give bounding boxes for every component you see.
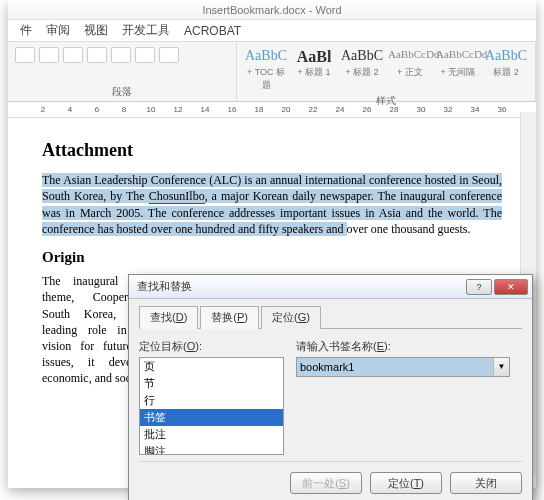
para-1: The Asian Leadership Conference (ALC) is… [42, 172, 502, 237]
heading-origin: Origin [42, 247, 502, 267]
style-h1[interactable]: AaBl+ 标题 1 [291, 46, 337, 81]
list-item[interactable]: 行 [140, 392, 283, 409]
window-title: InsertBookmark.docx - Word [8, 0, 536, 20]
tab-4[interactable]: ACROBAT [184, 24, 241, 38]
list-item[interactable]: 脚注 [140, 443, 283, 455]
sort-icon[interactable] [135, 47, 155, 63]
close-button[interactable]: 关闭 [450, 472, 522, 494]
chevron-down-icon[interactable]: ▼ [493, 358, 509, 376]
goto-target-list[interactable]: 页 节 行 书签 批注 脚注 尾注 [139, 357, 284, 455]
tab-2[interactable]: 视图 [84, 22, 108, 39]
tab-3[interactable]: 开发工具 [122, 22, 170, 39]
goto-button[interactable]: 定位(T) [370, 472, 442, 494]
dialog-title: 查找和替换 [137, 279, 464, 294]
numbering-icon[interactable] [39, 47, 59, 63]
tab-goto[interactable]: 定位(G) [261, 306, 321, 329]
bookmark-name-label: 请输入书签名称(E): [296, 339, 510, 354]
tab-1[interactable]: 审阅 [46, 22, 70, 39]
indent-increase-icon[interactable] [111, 47, 131, 63]
style-nospacing[interactable]: AaBbCcDd+ 无间隔 [435, 46, 481, 81]
tab-replace[interactable]: 替换(P) [200, 306, 259, 329]
tab-find[interactable]: 查找(D) [139, 306, 198, 329]
style-h2[interactable]: AaBbC+ 标题 2 [339, 46, 385, 81]
list-item[interactable]: 节 [140, 375, 283, 392]
tab-0[interactable]: 件 [20, 22, 32, 39]
multilevel-icon[interactable] [63, 47, 83, 63]
previous-button: 前一处(S) [290, 472, 362, 494]
list-item[interactable]: 批注 [140, 426, 283, 443]
group-paragraph-label: 段落 [14, 85, 230, 99]
list-item-selected[interactable]: 书签 [140, 409, 283, 426]
style-toc[interactable]: AaBbC+ TOC 标题 [243, 46, 289, 94]
goto-target-label: 定位目标(O): [139, 339, 284, 354]
bullets-icon[interactable] [15, 47, 35, 63]
indent-decrease-icon[interactable] [87, 47, 107, 63]
help-button[interactable]: ? [466, 279, 492, 295]
style-normal[interactable]: AaBbCcDd+ 正文 [387, 46, 433, 81]
close-icon[interactable]: ✕ [494, 279, 528, 295]
find-replace-dialog: 查找和替换 ? ✕ 查找(D) 替换(P) 定位(G) 定位目标(O): 页 节… [128, 274, 533, 500]
show-marks-icon[interactable] [159, 47, 179, 63]
bookmark-name-input[interactable] [297, 358, 493, 376]
ribbon-tabs: 件 审阅 视图 开发工具 ACROBAT [8, 20, 536, 42]
dialog-tabs: 查找(D) 替换(P) 定位(G) [139, 305, 522, 329]
heading-attachment: Attachment [42, 138, 502, 162]
list-item[interactable]: 页 [140, 358, 283, 375]
bookmark-name-combo[interactable]: ▼ [296, 357, 510, 377]
ribbon: 段落 AaBbC+ TOC 标题 AaBl+ 标题 1 AaBbC+ 标题 2 … [8, 42, 536, 102]
style-subtitle[interactable]: AaBbC标题 2 [483, 46, 529, 81]
